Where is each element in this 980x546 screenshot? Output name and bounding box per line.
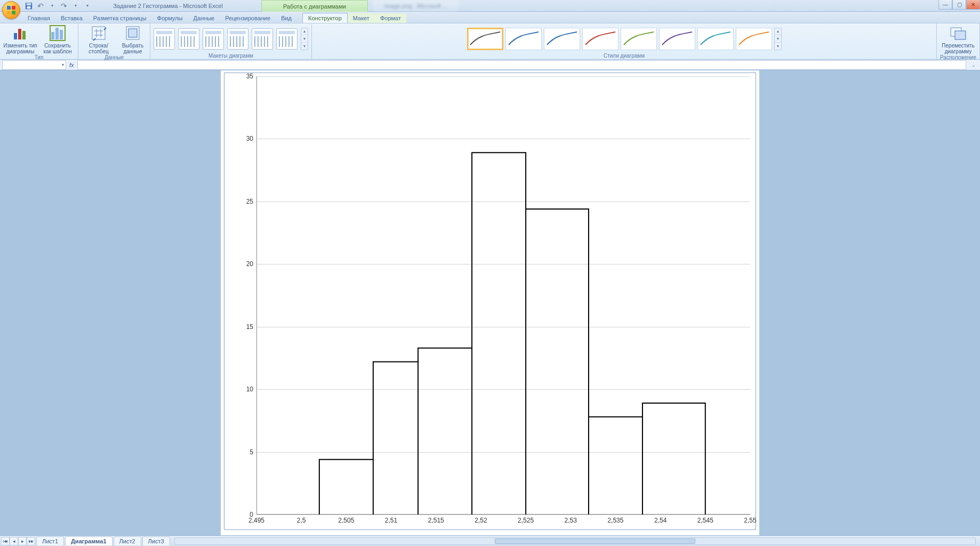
scrollbar-thumb[interactable] — [495, 539, 695, 544]
tab-design[interactable]: Конструктор — [302, 13, 348, 23]
save-template-label: Сохранить как шаблон — [41, 43, 75, 54]
group-location: Переместить диаграмму Расположение — [937, 23, 980, 59]
chart-layout-6[interactable] — [276, 28, 298, 50]
worksheet-canvas: 051015202530352,4952,52,5052,512,5152,52… — [0, 70, 980, 535]
chart-style-7[interactable] — [697, 28, 734, 50]
tab-data[interactable]: Данные — [188, 13, 220, 23]
chart-object[interactable]: 051015202530352,4952,52,5052,512,5152,52… — [224, 73, 756, 530]
group-layouts-label: Макеты диаграмм — [208, 53, 253, 59]
ribbon: Изменить тип диаграммы Сохранить как шаб… — [0, 23, 980, 60]
office-button[interactable] — [2, 1, 20, 19]
move-chart-label: Переместить диаграмму — [941, 43, 975, 54]
chart-style-5[interactable] — [621, 28, 657, 50]
sheet-tab-2[interactable]: Диаграмма1 — [65, 536, 113, 545]
undo-icon[interactable]: ↶ — [36, 2, 45, 10]
histogram-series[interactable] — [256, 76, 750, 515]
change-chart-type-button[interactable]: Изменить тип диаграммы — [3, 25, 37, 54]
minimize-button[interactable]: — — [938, 0, 952, 10]
tab-insert[interactable]: Вставка — [55, 13, 88, 23]
name-box[interactable]: ▾ — [2, 60, 66, 70]
svg-rect-7 — [55, 28, 59, 39]
group-styles-label: Стили диаграмм — [604, 53, 645, 59]
horizontal-scrollbar[interactable] — [174, 537, 976, 545]
tab-pagelayout[interactable]: Разметка страницы — [88, 13, 152, 23]
tab-format[interactable]: Формат — [375, 13, 406, 23]
y-tick-label: 10 — [246, 386, 253, 393]
svg-rect-10 — [92, 27, 105, 39]
bar-chart-icon — [12, 25, 29, 42]
undo-more-icon[interactable]: ▾ — [48, 2, 57, 10]
select-data-label: Выбрать данные — [119, 43, 147, 54]
move-chart-icon — [950, 25, 967, 42]
chart-layout-3[interactable] — [203, 28, 224, 50]
title-bar: ↶ ▾ ↷ ▾ ▾ Задание 2 Гистограмма - Micros… — [0, 0, 980, 12]
x-tick-label: 2,51 — [385, 517, 397, 524]
x-tick-label: 2,5 — [297, 517, 306, 524]
formula-bar: ▾ fx ⌄ — [0, 60, 980, 70]
first-sheet-button[interactable]: ⏮ — [1, 537, 10, 545]
tab-review[interactable]: Рецензирование — [220, 13, 276, 23]
x-tick-label: 2,53 — [565, 517, 577, 524]
x-tick-label: 2,505 — [338, 517, 354, 524]
group-data: Строка/столбец Выбрать данные Данные — [78, 23, 150, 59]
template-icon — [49, 25, 66, 42]
tab-formulas[interactable]: Формулы — [152, 13, 188, 23]
svg-rect-12 — [128, 29, 137, 37]
tab-view[interactable]: Вид — [276, 13, 297, 23]
x-tick-label: 2,535 — [607, 517, 623, 524]
x-tick-label: 2,515 — [428, 517, 444, 524]
chart-style-3[interactable] — [544, 28, 580, 50]
chart-style-8[interactable] — [736, 28, 772, 50]
y-tick-label: 5 — [250, 448, 253, 456]
chart-layout-2[interactable] — [178, 28, 199, 50]
x-tick-label: 2,54 — [654, 517, 666, 524]
layouts-scroll[interactable]: ▴▾▾ — [301, 28, 308, 50]
next-sheet-button[interactable]: ▸ — [18, 537, 27, 545]
svg-rect-3 — [14, 33, 17, 39]
chart-style-1[interactable] — [467, 28, 503, 50]
chart-layout-4[interactable] — [227, 28, 248, 50]
sheet-tab-4[interactable]: Лист3 — [142, 536, 170, 545]
styles-scroll[interactable]: ▴▾▾ — [774, 28, 782, 50]
maximize-button[interactable]: ▢ — [952, 0, 966, 10]
move-chart-button[interactable]: Переместить диаграмму — [941, 25, 975, 54]
svg-rect-14 — [955, 31, 966, 39]
svg-rect-8 — [60, 30, 63, 39]
save-template-button[interactable]: Сохранить как шаблон — [41, 25, 75, 54]
last-sheet-button[interactable]: ⏭ — [27, 537, 35, 545]
chart-style-4[interactable] — [582, 28, 618, 50]
sheet-tab-3[interactable]: Лист2 — [114, 536, 141, 545]
chart-style-6[interactable] — [659, 28, 695, 50]
group-type: Изменить тип диаграммы Сохранить как шаб… — [0, 23, 78, 59]
contextual-title: Работа с диаграммами — [261, 0, 368, 12]
close-button[interactable]: ✕ — [966, 0, 980, 10]
switch-row-column-button[interactable]: Строка/столбец — [82, 25, 116, 54]
chart-layout-1[interactable] — [154, 28, 175, 50]
x-tick-label: 2,545 — [697, 517, 713, 524]
chart-layout-5[interactable] — [252, 28, 273, 50]
tab-layout[interactable]: Макет — [348, 13, 375, 23]
prev-sheet-button[interactable]: ◂ — [10, 537, 18, 545]
chevron-down-icon[interactable]: ▾ — [62, 62, 64, 67]
x-tick-label: 2,495 — [248, 517, 264, 524]
redo-icon[interactable]: ↷ — [60, 2, 68, 10]
switch-icon — [90, 25, 107, 42]
svg-rect-4 — [18, 29, 21, 39]
redo-more-icon[interactable]: ▾ — [71, 2, 80, 10]
sheet-tab-1[interactable]: Лист1 — [36, 536, 64, 545]
select-data-icon — [124, 25, 141, 42]
background-window: image.png - Microsoft ... — [373, 0, 459, 12]
fx-label[interactable]: fx — [69, 62, 74, 68]
chart-style-2[interactable] — [505, 28, 542, 50]
switch-row-column-label: Строка/столбец — [82, 43, 116, 54]
expand-formula-icon[interactable]: ⌄ — [969, 62, 978, 68]
sheet-nav: ⏮ ◂ ▸ ⏭ — [1, 537, 35, 545]
chart-sheet: 051015202530352,4952,52,5052,512,5152,52… — [221, 70, 759, 535]
y-tick-label: 25 — [246, 198, 253, 205]
select-data-button[interactable]: Выбрать данные — [119, 25, 147, 54]
plot-area[interactable]: 051015202530352,4952,52,5052,512,5152,52… — [256, 76, 750, 515]
save-icon[interactable] — [25, 2, 33, 10]
formula-input[interactable] — [77, 60, 966, 70]
svg-rect-6 — [51, 32, 54, 39]
tab-home[interactable]: Главная — [22, 13, 55, 23]
